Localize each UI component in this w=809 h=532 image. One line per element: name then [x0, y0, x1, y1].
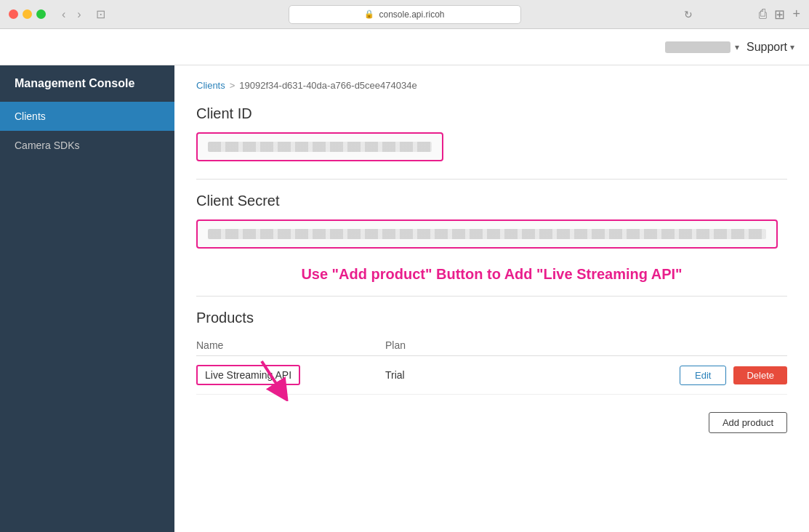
- sidebar-item-clients[interactable]: Clients: [0, 102, 174, 131]
- minimize-button[interactable]: [23, 9, 32, 19]
- add-tab-button[interactable]: ⊞: [774, 7, 785, 23]
- client-secret-field[interactable]: [196, 219, 778, 249]
- window-actions: ⎙ ⊞ +: [759, 7, 800, 23]
- support-button[interactable]: Support ▾: [746, 41, 794, 54]
- product-plan-cell: Trial: [385, 369, 627, 381]
- support-label: Support: [746, 41, 787, 54]
- forward-button[interactable]: ›: [73, 7, 85, 23]
- address-bar: 🔒 console.api.ricoh: [289, 5, 521, 24]
- close-button[interactable]: [9, 9, 18, 19]
- svg-line-0: [262, 361, 282, 392]
- traffic-lights: [9, 9, 46, 19]
- app-layout: Management Console Clients Camera SDKs C…: [0, 65, 809, 532]
- client-secret-section: Client Secret: [196, 193, 787, 249]
- divider-2: [196, 296, 787, 297]
- client-id-title: Client ID: [196, 105, 787, 122]
- products-title: Products: [196, 310, 787, 326]
- user-section[interactable]: ▾: [665, 41, 739, 53]
- product-actions-cell: Edit Delete: [627, 366, 787, 385]
- sidebar-title: Management Console: [0, 65, 174, 102]
- products-section: Products Name Plan: [196, 310, 787, 433]
- breadcrumb: Clients > 19092f34-d631-40da-a766-d5cee4…: [196, 80, 787, 91]
- sidebar-clients-label: Clients: [15, 110, 46, 122]
- arrow-icon: [254, 358, 298, 401]
- top-header: ▾ Support ▾: [0, 29, 809, 65]
- add-product-button[interactable]: Add product: [709, 412, 787, 433]
- add-product-footer: Add product: [196, 403, 787, 433]
- share-button[interactable]: ⎙: [759, 7, 767, 22]
- divider-1: [196, 179, 787, 180]
- breadcrumb-current: 19092f34-d631-40da-a766-d5cee474034e: [239, 80, 416, 91]
- edit-button[interactable]: Edit: [680, 366, 726, 385]
- client-id-field[interactable]: [196, 132, 443, 161]
- sidebar-item-camera-sdks[interactable]: Camera SDKs: [0, 131, 174, 160]
- address-text: console.api.ricoh: [379, 9, 444, 20]
- sidebar: Management Console Clients Camera SDKs: [0, 65, 174, 532]
- window-chrome: ‹ › ⊡ 🔒 console.api.ricoh ↻ ⎙ ⊞ +: [0, 0, 809, 29]
- sidebar-toggle-button[interactable]: ⊡: [92, 6, 110, 23]
- breadcrumb-link[interactable]: Clients: [196, 80, 225, 91]
- table-header: Name Plan: [196, 335, 787, 356]
- sidebar-camera-sdks-label: Camera SDKs: [15, 140, 79, 151]
- client-secret-value: [208, 229, 766, 239]
- support-dropdown-arrow[interactable]: ▾: [790, 42, 794, 52]
- annotation-text: Use "Add product" Button to Add "Live St…: [196, 266, 787, 283]
- main-content: Clients > 19092f34-d631-40da-a766-d5cee4…: [174, 65, 809, 532]
- col-header-name: Name: [196, 339, 385, 351]
- client-id-section: Client ID: [196, 105, 787, 161]
- client-secret-title: Client Secret: [196, 193, 787, 209]
- maximize-button[interactable]: [36, 9, 46, 19]
- user-info: [665, 41, 730, 53]
- delete-button[interactable]: Delete: [733, 366, 787, 384]
- user-dropdown-arrow[interactable]: ▾: [735, 42, 739, 52]
- lock-icon: 🔒: [364, 9, 374, 19]
- back-button[interactable]: ‹: [57, 7, 70, 23]
- client-id-value: [208, 142, 432, 152]
- breadcrumb-separator: >: [230, 80, 236, 91]
- reload-button[interactable]: ↻: [684, 9, 693, 20]
- nav-buttons: ‹ ›: [57, 7, 86, 23]
- col-header-plan: Plan: [385, 339, 627, 351]
- arrow-annotation: [254, 358, 298, 404]
- plus-button[interactable]: +: [792, 7, 800, 22]
